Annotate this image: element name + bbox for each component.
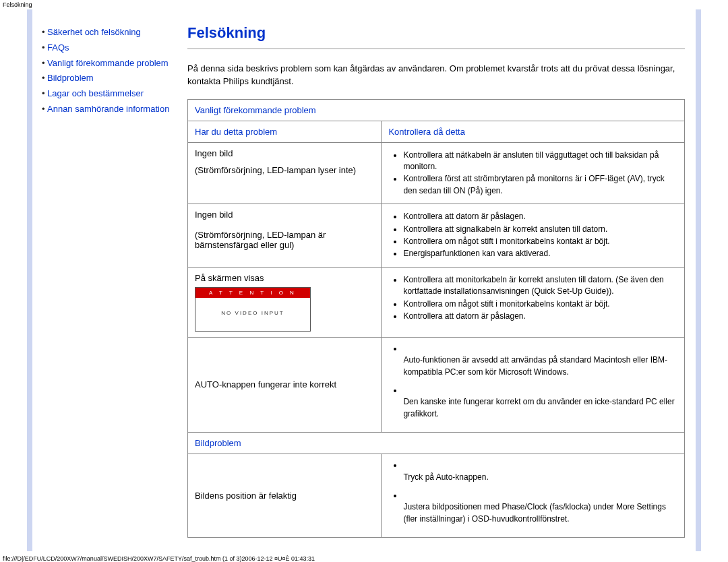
attention-message: NO VIDEO INPUT bbox=[195, 298, 310, 331]
divider bbox=[187, 49, 685, 49]
bullet-icon: • bbox=[42, 41, 47, 55]
sidebar-link[interactable]: Bildproblem bbox=[47, 71, 94, 86]
problem-line: (Strömförsörjning, LED-lampan är bärnste… bbox=[195, 230, 326, 250]
column-header-row: Har du detta problem Kontrollera då dett… bbox=[188, 121, 685, 142]
sidebar-link[interactable]: FAQs bbox=[47, 41, 69, 55]
check-item: Auto-funktionen är avsedd att användas p… bbox=[403, 343, 677, 378]
attention-banner: A T T E N T I O N bbox=[195, 288, 310, 298]
col-check-header: Kontrollera då detta bbox=[382, 121, 685, 142]
troubleshoot-table: Vanligt förekommande problem Har du dett… bbox=[187, 99, 685, 538]
check-cell: Kontrollera att nätkabeln är ansluten ti… bbox=[382, 142, 685, 204]
attention-graphic: A T T E N T I O N NO VIDEO INPUT bbox=[195, 287, 311, 332]
problem-cell: Ingen bild (Strömförsörjning, LED-lampan… bbox=[188, 204, 382, 268]
check-item: Kontrollera om något stift i monitorkabe… bbox=[403, 299, 677, 310]
table-row: På skärmen visas A T T E N T I O N NO VI… bbox=[188, 267, 685, 337]
sidebar-item-picture-problems[interactable]: • Bildproblem bbox=[42, 71, 170, 86]
bullet-icon: • bbox=[42, 57, 47, 71]
sidebar-nav: • Säkerhet och felsökning • FAQs • Vanli… bbox=[32, 9, 177, 551]
bullet-icon: • bbox=[42, 26, 47, 40]
problem-cell: AUTO-knappen fungerar inte korrekt bbox=[188, 337, 382, 432]
problem-line: (Strömförsörjning, LED-lampan lyser inte… bbox=[195, 165, 356, 175]
problem-line: På skärmen visas bbox=[195, 273, 264, 283]
check-list: Auto-funktionen är avsedd att användas p… bbox=[388, 343, 677, 420]
sidebar-link[interactable]: Säkerhet och felsökning bbox=[47, 26, 141, 40]
decor-right-bar bbox=[696, 9, 701, 551]
section-1-title: Vanligt förekommande problem bbox=[188, 99, 685, 121]
check-item: Kontrollera att datorn är påslagen. bbox=[403, 211, 677, 222]
table-row: AUTO-knappen fungerar inte korrekt Auto-… bbox=[188, 337, 685, 432]
col-problem-header: Har du detta problem bbox=[188, 121, 382, 142]
check-item: Kontrollera att nätkabeln är ansluten ti… bbox=[403, 150, 677, 173]
section-header-row: Vanligt förekommande problem bbox=[188, 99, 685, 121]
check-item: Kontrollera att datorn är påslagen. bbox=[403, 311, 677, 322]
table-row: Ingen bild (Strömförsörjning, LED-lampan… bbox=[188, 142, 685, 204]
page-label: Felsökning bbox=[0, 0, 728, 9]
check-list: Tryck på Auto-knappen. Justera bildposit… bbox=[388, 460, 677, 525]
table-row: Ingen bild (Strömförsörjning, LED-lampan… bbox=[188, 204, 685, 268]
check-item: Kontrollera först att strömbrytaren på m… bbox=[403, 173, 677, 197]
problem-cell: Bildens position är felaktig bbox=[188, 454, 382, 538]
main-content: Felsökning På denna sida beskrivs proble… bbox=[177, 9, 696, 551]
sidebar-item-common-problems[interactable]: • Vanligt förekommande problem bbox=[42, 57, 170, 71]
check-item: Tryck på Auto-knappen. bbox=[403, 460, 677, 483]
table-row: Bildens position är felaktig Tryck på Au… bbox=[188, 454, 685, 538]
check-item: Energisparfunktionen kan vara aktiverad. bbox=[403, 248, 677, 259]
check-item: Den kanske inte fungerar korrekt om du a… bbox=[403, 385, 677, 420]
sidebar-item-regulations[interactable]: • Lagar och bestämmelser bbox=[42, 87, 170, 101]
sidebar-item-safety[interactable]: • Säkerhet och felsökning bbox=[42, 26, 170, 40]
decor-left-bar bbox=[27, 9, 32, 551]
bullet-icon: • bbox=[42, 102, 47, 117]
check-cell: Kontrollera att monitorkabeln är korrekt… bbox=[382, 267, 685, 337]
sidebar-link[interactable]: Vanligt förekommande problem bbox=[47, 57, 169, 71]
sidebar-item-faqs[interactable]: • FAQs bbox=[42, 41, 170, 55]
footer-path: file:///D|/EDFU/LCD/200XW7/manual/SWEDIS… bbox=[0, 551, 728, 562]
problem-line: AUTO-knappen fungerar inte korrekt bbox=[195, 379, 336, 389]
problem-line: Bildens position är felaktig bbox=[195, 491, 297, 501]
problem-cell: På skärmen visas A T T E N T I O N NO VI… bbox=[188, 267, 382, 337]
sidebar-link[interactable]: Lagar och bestämmelser bbox=[47, 87, 144, 101]
check-item: Kontrollera om något stift i monitorkabe… bbox=[403, 236, 677, 247]
bullet-icon: • bbox=[42, 87, 47, 101]
problem-line: Ingen bild bbox=[195, 210, 233, 220]
page-title: Felsökning bbox=[187, 24, 685, 42]
check-cell: Tryck på Auto-knappen. Justera bildposit… bbox=[382, 454, 685, 538]
check-item: Kontrollera att signalkabeln är korrekt … bbox=[403, 224, 677, 235]
problem-line: Ingen bild bbox=[195, 148, 374, 158]
intro-text: På denna sida beskrivs problem som kan å… bbox=[187, 63, 685, 88]
section-2-title: Bildproblem bbox=[188, 433, 685, 454]
check-item: Kontrollera att monitorkabeln är korrekt… bbox=[403, 274, 677, 298]
check-item: Justera bildpositionen med Phase/Clock (… bbox=[403, 490, 677, 525]
check-cell: Kontrollera att datorn är påslagen. Kont… bbox=[382, 204, 685, 268]
check-cell: Auto-funktionen är avsedd att användas p… bbox=[382, 337, 685, 432]
problem-cell: Ingen bild (Strömförsörjning, LED-lampan… bbox=[188, 142, 382, 204]
bullet-icon: • bbox=[42, 71, 47, 86]
sidebar-item-other-info[interactable]: • Annan samhörande information bbox=[42, 102, 170, 117]
section-header-row: Bildproblem bbox=[188, 433, 685, 454]
check-list: Kontrollera att datorn är påslagen. Kont… bbox=[388, 211, 677, 260]
sidebar-link[interactable]: Annan samhörande information bbox=[47, 102, 169, 117]
check-list: Kontrollera att monitorkabeln är korrekt… bbox=[388, 274, 677, 323]
check-list: Kontrollera att nätkabeln är ansluten ti… bbox=[388, 150, 677, 197]
